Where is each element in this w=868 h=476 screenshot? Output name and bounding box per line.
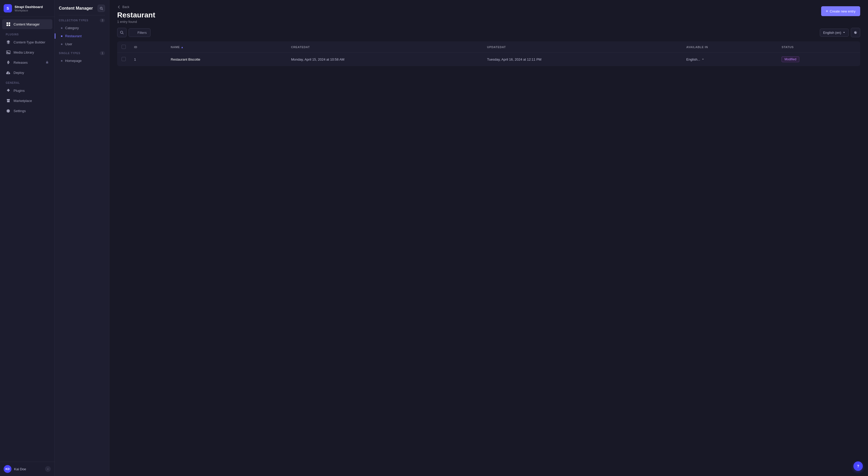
th-name[interactable]: NAME ▲ — [166, 42, 287, 53]
middle-panel: Content Manager COLLECTION TYPES 3 Categ… — [55, 0, 110, 476]
sidebar-item-label: Content Manager — [13, 22, 39, 26]
collection-types-count: 3 — [100, 19, 105, 22]
row-select-checkbox[interactable] — [122, 57, 126, 61]
entry-count: 1 entry found — [117, 20, 155, 24]
sidebar-item-label: Deploy — [13, 71, 24, 75]
svg-rect-3 — [8, 25, 10, 26]
row-createdat: Monday, April 15, 2024 at 10:58 AM — [287, 53, 483, 66]
row-id: 1 — [130, 53, 166, 66]
dropdown-icon — [702, 58, 704, 61]
sort-asc-icon: ▲ — [181, 46, 184, 48]
cloud-icon — [6, 70, 11, 75]
row-available-in: English... — [682, 53, 777, 66]
sidebar-footer: KD Kai Doe ‹ — [0, 462, 54, 476]
store-icon — [6, 98, 11, 103]
th-available-in: AVAILABLE IN — [682, 42, 777, 53]
puzzle-icon — [6, 88, 11, 93]
create-new-entry-button[interactable]: + Create new entry — [821, 6, 860, 16]
filters-button[interactable]: Filters — [129, 28, 151, 37]
back-link[interactable]: Back — [117, 5, 155, 9]
select-all-checkbox[interactable] — [122, 45, 126, 49]
sidebar-item-deploy[interactable]: Deploy — [2, 68, 52, 77]
sidebar-item-label: Marketplace — [13, 99, 32, 103]
collection-types-label: COLLECTION TYPES — [59, 19, 88, 22]
single-types-count: 1 — [100, 51, 105, 55]
brand-icon: S — [4, 4, 12, 12]
sidebar-item-label: Settings — [13, 109, 26, 113]
sidebar-item-label: Content-Type Builder — [13, 40, 45, 44]
sidebar-item-marketplace[interactable]: Marketplace — [2, 96, 52, 106]
menu-dot-icon — [61, 60, 62, 62]
row-checkbox-cell — [117, 53, 130, 66]
data-table: ID NAME ▲ CREATEDAT UPDATEDAT — [117, 41, 860, 66]
th-status: STATUS — [777, 42, 860, 53]
sidebar-item-label: Releases — [13, 61, 28, 65]
single-types-label: SINGLE TYPES — [59, 52, 80, 55]
menu-item-homepage[interactable]: Homepage — [57, 57, 107, 65]
collapse-sidebar-button[interactable]: ‹ — [45, 466, 51, 472]
single-types-section: SINGLE TYPES 1 — [55, 48, 109, 57]
svg-point-9 — [100, 7, 102, 9]
toolbar: Filters English (en) — [110, 24, 868, 41]
sidebar-item-content-type-builder[interactable]: Content-Type Builder — [2, 37, 52, 47]
brand: S Strapi Dashboard Workplace — [0, 0, 54, 17]
th-createdat: CREATEDAT — [287, 42, 483, 53]
language-select[interactable]: English (en) — [820, 29, 849, 37]
main-content: Back Restaurant 1 entry found + Create n… — [110, 0, 868, 476]
plus-icon: + — [826, 9, 828, 13]
status-badge: Modified — [781, 57, 799, 62]
help-button[interactable]: ? — [854, 462, 863, 471]
sidebar-item-label: Media Library — [13, 50, 34, 54]
image-icon — [6, 50, 11, 55]
rocket-icon — [6, 60, 11, 65]
sidebar-item-releases[interactable]: Releases — [2, 58, 52, 67]
plugins-section-label: PLUGINS — [0, 29, 54, 37]
user-name: Kai Doe — [14, 467, 26, 471]
grid-icon — [6, 22, 11, 27]
avatar: KD — [4, 465, 11, 473]
lock-icon — [45, 61, 49, 65]
toolbar-right: English (en) — [820, 28, 860, 37]
brand-subtitle: Workplace — [14, 9, 43, 12]
svg-rect-7 — [46, 62, 48, 64]
table-search-button[interactable] — [117, 28, 127, 37]
select-all-header — [117, 42, 130, 53]
th-id: ID — [130, 42, 166, 53]
th-updatedat: UPDATEDAT — [483, 42, 682, 53]
svg-rect-1 — [8, 22, 10, 24]
middle-header: Content Manager — [55, 0, 109, 15]
svg-point-10 — [121, 31, 123, 34]
sidebar-item-plugins[interactable]: Plugins — [2, 86, 52, 96]
general-section-label: GENERAL — [0, 78, 54, 85]
svg-point-6 — [8, 62, 9, 63]
sidebar-nav: Content Manager PLUGINS Content-Type Bui… — [0, 17, 54, 462]
layers-icon — [6, 39, 11, 45]
sidebar-item-label: Plugins — [13, 89, 25, 93]
table-header-row: ID NAME ▲ CREATEDAT UPDATEDAT — [117, 42, 860, 53]
sidebar-item-content-manager[interactable]: Content Manager — [2, 19, 52, 29]
menu-item-restaurant[interactable]: Restaurant — [57, 32, 107, 40]
sidebar-item-settings[interactable]: Settings — [2, 106, 52, 116]
page-title: Restaurant — [117, 11, 155, 19]
menu-dot-icon — [61, 43, 62, 45]
table-settings-button[interactable] — [851, 28, 860, 37]
brand-title: Strapi Dashboard — [14, 5, 43, 9]
sidebar: S Strapi Dashboard Workplace Content Man… — [0, 0, 55, 476]
menu-dot-icon — [61, 35, 62, 37]
table-row[interactable]: 1 Restaurant Biscotte Monday, April 15, … — [117, 53, 860, 66]
gear-icon — [6, 108, 11, 113]
table-container: ID NAME ▲ CREATEDAT UPDATEDAT — [110, 41, 868, 66]
user-info[interactable]: KD Kai Doe — [4, 465, 26, 473]
svg-rect-2 — [6, 25, 8, 26]
middle-panel-title: Content Manager — [59, 6, 93, 11]
menu-item-user[interactable]: User — [57, 40, 107, 48]
middle-search-button[interactable] — [98, 5, 105, 12]
collection-types-section: COLLECTION TYPES 3 — [55, 15, 109, 24]
menu-dot-icon — [61, 27, 62, 29]
row-status: Modified — [777, 53, 860, 66]
svg-rect-0 — [6, 22, 8, 24]
row-updatedat: Tuesday, April 16, 2024 at 12:11 PM — [483, 53, 682, 66]
sidebar-item-media-library[interactable]: Media Library — [2, 47, 52, 57]
menu-item-category[interactable]: Category — [57, 24, 107, 32]
content-header: Back Restaurant 1 entry found + Create n… — [110, 0, 868, 24]
